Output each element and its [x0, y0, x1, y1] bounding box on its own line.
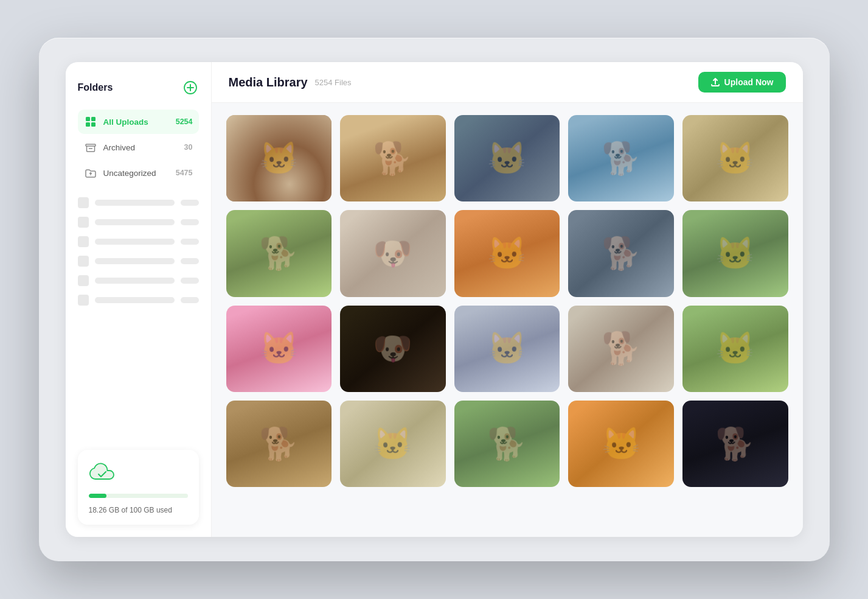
upload-button-label: Upload Now [724, 77, 774, 87]
media-grid: 🐱 🐕 🐱 🐕 🐱 🐕 [226, 115, 788, 487]
svg-rect-7 [86, 144, 95, 146]
files-count: 5254 Files [315, 78, 352, 87]
svg-rect-5 [86, 122, 90, 127]
skeleton-row [78, 275, 199, 286]
nav-label-archived: Archived [103, 143, 178, 152]
skeleton-line [95, 258, 175, 264]
skeleton-line [95, 297, 175, 303]
skeleton-line-short [181, 278, 199, 284]
skeleton-icon [78, 197, 89, 208]
media-item[interactable]: 🐱 [454, 210, 560, 296]
nav-label-all-uploads: All Uploads [103, 117, 170, 127]
media-item[interactable]: 🐕 [226, 401, 332, 487]
svg-rect-4 [91, 117, 95, 121]
grid-icon [84, 115, 97, 128]
media-item[interactable]: 🐕 [340, 115, 446, 201]
storage-text: 18.26 GB of 100 GB used [89, 506, 172, 514]
device-frame: Folders [39, 38, 830, 561]
app-container: Folders [66, 62, 803, 537]
cloud-icon-wrap [89, 462, 188, 486]
nav-count-all-uploads: 5254 [176, 117, 193, 126]
skeleton-icon [78, 217, 89, 228]
skeleton-row [78, 295, 199, 306]
upload-now-button[interactable]: Upload Now [698, 72, 786, 93]
media-item[interactable]: 🐱 [226, 115, 332, 201]
skeleton-icon [78, 275, 89, 286]
main-header: Media Library 5254 Files Upload Now [212, 62, 803, 103]
cloud-check-icon [89, 462, 116, 484]
skeleton-folder-list [78, 197, 199, 306]
storage-bar-fill [89, 494, 107, 498]
media-item[interactable]: 🐱 [682, 306, 788, 392]
sidebar-item-archived[interactable]: Archived 30 [78, 135, 199, 159]
media-item[interactable]: 🐶 [340, 306, 446, 392]
svg-rect-3 [86, 117, 90, 121]
skeleton-line-short [181, 219, 199, 225]
skeleton-icon [78, 236, 89, 247]
media-item[interactable]: 🐕 [568, 210, 674, 296]
media-item[interactable]: 🐕 [682, 401, 788, 487]
skeleton-line-short [181, 297, 199, 303]
skeleton-line-short [181, 258, 199, 264]
skeleton-line-short [181, 200, 199, 206]
media-grid-container[interactable]: 🐱 🐕 🐱 🐕 🐱 🐕 [212, 103, 803, 537]
sidebar-title: Folders [78, 82, 113, 93]
skeleton-row [78, 217, 199, 228]
skeleton-line [95, 219, 175, 225]
media-item[interactable]: 🐕 [454, 401, 560, 487]
media-item[interactable]: 🐕 [568, 115, 674, 201]
media-item[interactable]: 🐱 [454, 306, 560, 392]
media-item[interactable]: 🐱 [226, 306, 332, 392]
skeleton-line-short [181, 239, 199, 245]
page-title: Media Library [229, 75, 308, 89]
skeleton-icon [78, 256, 89, 267]
skeleton-line [95, 239, 175, 245]
media-item[interactable]: 🐱 [568, 401, 674, 487]
sidebar-item-all-uploads[interactable]: All Uploads 5254 [78, 110, 199, 134]
sidebar-item-uncategorized[interactable]: Uncategorized 5475 [78, 161, 199, 185]
skeleton-line [95, 278, 175, 284]
skeleton-icon [78, 295, 89, 306]
media-item[interactable]: 🐶 [340, 210, 446, 296]
upload-folder-icon [84, 166, 97, 180]
media-item[interactable]: 🐱 [340, 401, 446, 487]
main-content: Media Library 5254 Files Upload Now [212, 62, 803, 537]
skeleton-row [78, 197, 199, 208]
sidebar-header: Folders [78, 79, 199, 96]
storage-bar-background [89, 494, 188, 498]
upload-icon [710, 77, 720, 87]
media-item[interactable]: 🐕 [226, 210, 332, 296]
nav-count-uncategorized: 5475 [176, 169, 193, 177]
media-item[interactable]: 🐱 [682, 115, 788, 201]
nav-count-archived: 30 [184, 143, 193, 152]
storage-card: 18.26 GB of 100 GB used [78, 450, 199, 525]
media-item[interactable]: 🐱 [454, 115, 560, 201]
svg-rect-6 [91, 122, 95, 127]
sidebar: Folders [66, 62, 212, 537]
skeleton-line [95, 200, 175, 206]
nav-label-uncategorized: Uncategorized [103, 169, 170, 178]
media-item[interactable]: 🐱 [682, 210, 788, 296]
skeleton-row [78, 256, 199, 267]
add-folder-button[interactable] [182, 79, 199, 96]
skeleton-row [78, 236, 199, 247]
media-item[interactable]: 🐕 [568, 306, 674, 392]
archive-icon [84, 141, 97, 154]
